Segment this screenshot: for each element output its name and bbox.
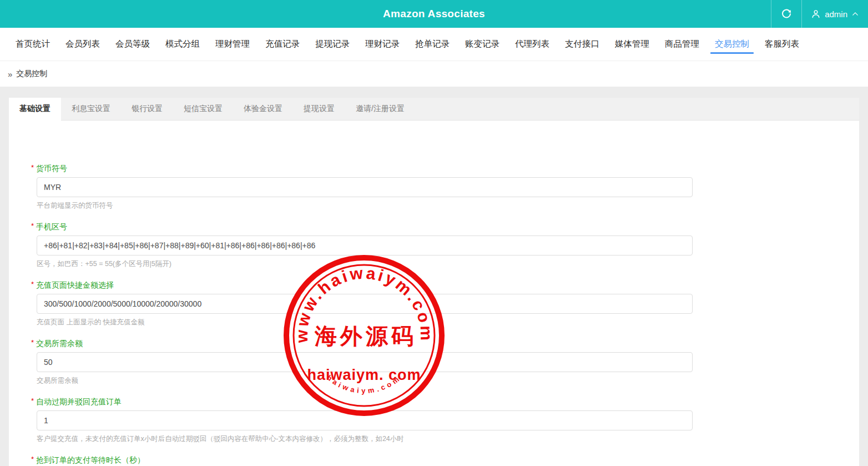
- chevron-up-icon: [851, 10, 859, 18]
- form-field-3: *交易所需余额交易所需余额: [31, 337, 859, 385]
- nav-item-15[interactable]: 客服列表: [757, 28, 807, 61]
- field-help-text: 客户提交充值，未支付的充值订单x小时后自动过期驳回（驳回内容在帮助中心-文本内容…: [37, 434, 859, 444]
- field-input[interactable]: [37, 294, 693, 314]
- field-help-text: 交易所需余额: [37, 376, 859, 385]
- tab-4[interactable]: 体验金设置: [233, 98, 293, 120]
- required-asterisk: *: [31, 163, 34, 172]
- field-input[interactable]: [37, 410, 693, 430]
- settings-tab-strip: 基础设置利息宝设置银行设置短信宝设置体验金设置提现设置邀请/注册设置: [9, 98, 859, 121]
- form-field-0: *货币符号平台前端显示的货币符号: [31, 162, 859, 211]
- field-input[interactable]: [37, 177, 693, 197]
- tab-6[interactable]: 邀请/注册设置: [345, 98, 415, 120]
- field-help-text: 充值页面 上面显示的 快捷充值金额: [37, 318, 859, 327]
- field-label-text: 货币符号: [36, 164, 67, 173]
- field-input[interactable]: [37, 235, 693, 255]
- nav-item-5[interactable]: 充值记录: [258, 28, 307, 61]
- field-label-text: 交易所需余额: [36, 339, 83, 348]
- required-asterisk: *: [31, 222, 34, 230]
- field-label-text: 自动过期并驳回充值订单: [36, 397, 122, 406]
- required-asterisk: *: [31, 397, 34, 405]
- refresh-button[interactable]: [771, 0, 801, 28]
- nav-item-3[interactable]: 模式分组: [158, 28, 208, 61]
- required-asterisk: *: [31, 280, 34, 288]
- field-label: *手机区号: [31, 221, 859, 232]
- nav-item-1[interactable]: 会员列表: [58, 28, 108, 61]
- main-nav: 首页统计会员列表会员等级模式分组理财管理充值记录提现记录理财记录抢单记录账变记录…: [0, 28, 868, 61]
- settings-panel: 基础设置利息宝设置银行设置短信宝设置体验金设置提现设置邀请/注册设置 *货币符号…: [9, 98, 859, 466]
- nav-item-2[interactable]: 会员等级: [108, 28, 158, 61]
- page-title: Amazon Associates: [0, 8, 868, 20]
- field-input[interactable]: [37, 352, 693, 372]
- nav-item-9[interactable]: 账变记录: [457, 28, 507, 61]
- tab-1[interactable]: 利息宝设置: [61, 98, 121, 120]
- nav-item-6[interactable]: 提现记录: [307, 28, 357, 61]
- breadcrumb: » 交易控制: [0, 61, 868, 87]
- nav-item-0[interactable]: 首页统计: [8, 28, 58, 61]
- nav-item-7[interactable]: 理财记录: [357, 28, 407, 61]
- user-menu[interactable]: admin: [802, 0, 868, 28]
- nav-item-10[interactable]: 代理列表: [507, 28, 557, 61]
- header-actions: admin: [771, 0, 868, 28]
- required-asterisk: *: [31, 455, 34, 463]
- user-icon: [811, 9, 821, 19]
- nav-item-13[interactable]: 商品管理: [657, 28, 707, 61]
- form-field-4: *自动过期并驳回充值订单客户提交充值，未支付的充值订单x小时后自动过期驳回（驳回…: [31, 395, 859, 444]
- tab-0[interactable]: 基础设置: [9, 98, 61, 121]
- field-label: *充值页面快捷金额选择: [31, 279, 859, 290]
- nav-item-12[interactable]: 媒体管理: [607, 28, 657, 61]
- tab-2[interactable]: 银行设置: [121, 98, 173, 120]
- field-label: *货币符号: [31, 162, 859, 174]
- nav-item-4[interactable]: 理财管理: [208, 28, 258, 61]
- field-label-text: 充值页面快捷金额选择: [36, 280, 114, 289]
- field-label: *交易所需余额: [31, 337, 859, 349]
- form-field-2: *充值页面快捷金额选择充值页面 上面显示的 快捷充值金额: [31, 279, 859, 327]
- nav-item-8[interactable]: 抢单记录: [407, 28, 457, 61]
- form-field-1: *手机区号区号，如巴西：+55 = 55(多个区号用|5隔开): [31, 221, 859, 269]
- breadcrumb-chevrons-icon: »: [8, 69, 12, 79]
- field-help-text: 平台前端显示的货币符号: [37, 201, 859, 211]
- app-header: Amazon Associates admin: [0, 0, 868, 28]
- form-field-5: *抢到订单的支付等待时长（秒）: [31, 454, 859, 466]
- field-label-text: 抢到订单的支付等待时长（秒）: [36, 455, 145, 464]
- settings-form: *货币符号平台前端显示的货币符号*手机区号区号，如巴西：+55 = 55(多个区…: [9, 121, 859, 466]
- nav-item-11[interactable]: 支付接口: [557, 28, 607, 61]
- field-label: *抢到订单的支付等待时长（秒）: [31, 454, 859, 465]
- page-background: 基础设置利息宝设置银行设置短信宝设置体验金设置提现设置邀请/注册设置 *货币符号…: [0, 87, 868, 466]
- field-label-text: 手机区号: [36, 222, 67, 231]
- tab-3[interactable]: 短信宝设置: [173, 98, 233, 120]
- tab-5[interactable]: 提现设置: [293, 98, 345, 120]
- breadcrumb-label: 交易控制: [16, 69, 47, 79]
- username: admin: [825, 9, 847, 19]
- required-asterisk: *: [31, 338, 34, 347]
- nav-item-14[interactable]: 交易控制: [707, 28, 757, 61]
- field-label: *自动过期并驳回充值订单: [31, 395, 859, 407]
- field-help-text: 区号，如巴西：+55 = 55(多个区号用|5隔开): [37, 259, 859, 269]
- refresh-icon: [781, 8, 792, 19]
